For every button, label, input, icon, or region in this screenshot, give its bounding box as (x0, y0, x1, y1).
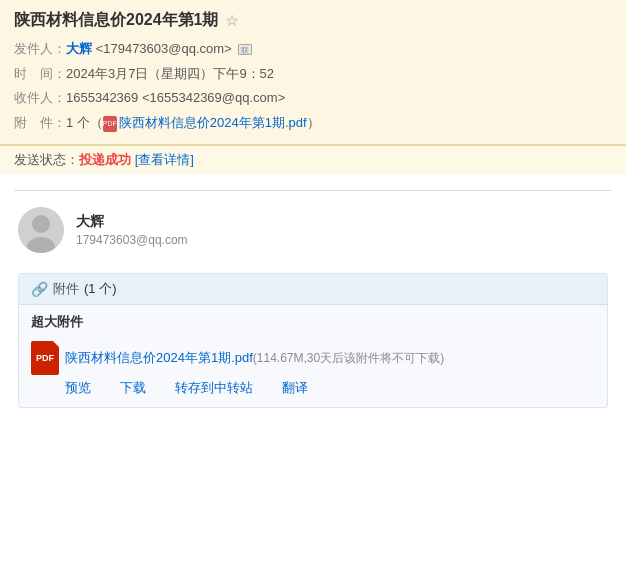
sender-label: 发件人： (14, 41, 66, 56)
status-success: 投递成功 (79, 152, 131, 167)
file-name-link[interactable]: 陕西材料信息价2024年第1期.pdf (65, 350, 253, 365)
pdf-small-icon: PDF (103, 116, 117, 132)
status-label: 发送状态： (14, 152, 79, 167)
attachment-label: 附 件： (14, 115, 66, 130)
contact-card-icon[interactable]: 联 (238, 44, 252, 55)
status-bar: 发送状态：投递成功 [查看详情] (0, 145, 626, 174)
star-icon[interactable]: ☆ (225, 12, 238, 30)
email-body: 大辉 179473603@qq.com 🔗 附件 (1 个) 超大附件 PDF (0, 174, 626, 428)
attachment-row: 附 件：1 个（PDF陕西材料信息价2024年第1期.pdf） (14, 111, 612, 136)
avatar-svg (18, 207, 64, 253)
email-container: 陕西材料信息价2024年第1期 ☆ 发件人：大辉 <179473603@qq.c… (0, 0, 626, 576)
email-header: 陕西材料信息价2024年第1期 ☆ 发件人：大辉 <179473603@qq.c… (0, 0, 626, 145)
translate-link[interactable]: 翻译 (282, 379, 308, 397)
attachment-section-header: 🔗 附件 (1 个) (19, 274, 607, 305)
file-meta: (114.67M,30天后该附件将不可下载) (253, 351, 444, 365)
pdf-label-text: PDF (36, 353, 54, 363)
attachment-file-row: PDF 陕西材料信息价2024年第1期.pdf(114.67M,30天后该附件将… (31, 341, 595, 375)
attachment-filename-link[interactable]: 陕西材料信息价2024年第1期.pdf (119, 115, 307, 130)
super-attachment-label: 超大附件 (19, 305, 607, 335)
attachment-item: PDF 陕西材料信息价2024年第1期.pdf(114.67M,30天后该附件将… (19, 335, 607, 407)
receiver-label: 收件人： (14, 90, 66, 105)
time-value: 2024年3月7日（星期四）下午9：52 (66, 66, 274, 81)
receiver-row: 收件人：1655342369 <1655342369@qq.com> (14, 86, 612, 111)
sender-row: 发件人：大辉 <179473603@qq.com> 联 (14, 37, 612, 62)
preview-link[interactable]: 预览 (65, 379, 91, 397)
time-row: 时 间：2024年3月7日（星期四）下午9：52 (14, 62, 612, 87)
sender-card-name: 大辉 (76, 213, 188, 231)
receiver-name: 1655342369 (66, 90, 138, 105)
status-detail-link[interactable]: [查看详情] (135, 152, 194, 167)
attachment-section: 🔗 附件 (1 个) 超大附件 PDF 陕西材料信息价2024年第1期.pdf(… (18, 273, 608, 408)
attachment-file-info: 陕西材料信息价2024年第1期.pdf(114.67M,30天后该附件将不可下载… (65, 349, 444, 367)
sender-card: 大辉 179473603@qq.com (14, 207, 612, 253)
sender-email-angle: <179473603@qq.com> (96, 41, 232, 56)
receiver-email: <1655342369@qq.com> (142, 90, 285, 105)
svg-point-1 (32, 215, 50, 233)
attachment-section-count: (1 个) (84, 280, 117, 298)
email-meta: 发件人：大辉 <179473603@qq.com> 联 时 间：2024年3月7… (14, 37, 612, 136)
attachment-section-title: 附件 (53, 280, 79, 298)
sep3 (261, 379, 274, 397)
sep2 (154, 379, 167, 397)
paperclip-icon: 🔗 (31, 281, 48, 297)
sender-info: 大辉 179473603@qq.com (76, 213, 188, 247)
email-title-row: 陕西材料信息价2024年第1期 ☆ (14, 10, 612, 31)
transfer-link[interactable]: 转存到中转站 (175, 379, 253, 397)
sep1 (99, 379, 112, 397)
attachment-actions: 预览 下载 转存到中转站 翻译 (65, 379, 595, 397)
sender-card-email: 179473603@qq.com (76, 233, 188, 247)
time-label: 时 间： (14, 66, 66, 81)
pdf-large-icon: PDF (31, 341, 59, 375)
email-subject: 陕西材料信息价2024年第1期 (14, 10, 219, 31)
avatar (18, 207, 64, 253)
download-link[interactable]: 下载 (120, 379, 146, 397)
divider (14, 190, 612, 191)
sender-name[interactable]: 大辉 (66, 41, 92, 56)
attachment-filename-row: 陕西材料信息价2024年第1期.pdf(114.67M,30天后该附件将不可下载… (65, 349, 444, 367)
attachment-count-text: 1 个 (66, 115, 90, 130)
